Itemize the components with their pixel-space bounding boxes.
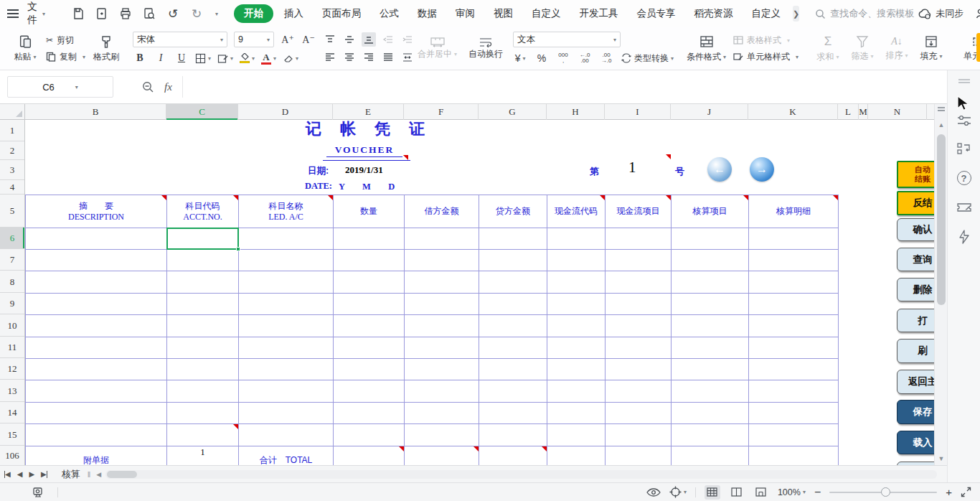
grid-cell[interactable] bbox=[26, 250, 167, 271]
panel-handle-icon[interactable] bbox=[958, 79, 970, 83]
grid-cell[interactable] bbox=[26, 228, 167, 250]
grid-cell[interactable] bbox=[606, 380, 672, 403]
footer-cell-2[interactable]: 合计 TOTAL bbox=[239, 446, 334, 465]
menu-tab-5[interactable]: 审阅 bbox=[448, 4, 483, 23]
font-color-button[interactable]: A▾ bbox=[261, 51, 276, 65]
last-sheet-icon[interactable]: ▶ bbox=[41, 470, 47, 478]
increase-decimal-button[interactable]: ←.0.00 bbox=[578, 51, 592, 65]
grid-cell[interactable] bbox=[672, 250, 749, 271]
column-header-H[interactable]: H bbox=[547, 104, 605, 120]
grid-cell[interactable] bbox=[479, 359, 547, 380]
voucher-header-cell-3[interactable]: 数量 bbox=[334, 195, 405, 228]
print-preview-icon[interactable] bbox=[142, 6, 156, 21]
grid-cell[interactable] bbox=[167, 337, 239, 359]
fullscreen-icon[interactable] bbox=[961, 487, 971, 497]
number-format-select[interactable]: 文本▾ bbox=[513, 32, 621, 47]
row-header-3[interactable]: 3 bbox=[0, 160, 24, 180]
file-menu[interactable]: 文件 ▾ bbox=[23, 1, 50, 27]
grid-cell[interactable] bbox=[547, 359, 606, 380]
grid-cell[interactable] bbox=[167, 315, 239, 337]
format-painter-button[interactable]: 格式刷 bbox=[90, 33, 123, 65]
grid-cell[interactable] bbox=[405, 228, 479, 250]
print-icon[interactable] bbox=[118, 6, 133, 21]
help-icon[interactable]: ? bbox=[957, 171, 971, 185]
split-handle[interactable] bbox=[938, 107, 945, 111]
quick-actions-flash-icon[interactable] bbox=[958, 230, 971, 244]
page-layout-view-button[interactable] bbox=[729, 485, 745, 500]
next-sheet-icon[interactable]: ▶ bbox=[29, 470, 34, 478]
grid-cell[interactable] bbox=[547, 250, 606, 271]
voucher-header-cell-7[interactable]: 现金流项目 bbox=[606, 195, 672, 228]
grid-cell[interactable] bbox=[26, 380, 167, 403]
row-header-106[interactable]: 106 bbox=[0, 446, 24, 465]
grid-cell[interactable] bbox=[239, 271, 334, 294]
menu-tab-6[interactable]: 视图 bbox=[486, 4, 521, 23]
grid-cell[interactable] bbox=[26, 315, 167, 337]
formula-input[interactable] bbox=[182, 76, 940, 98]
percent-format-button[interactable]: % bbox=[534, 51, 549, 65]
grid-cell[interactable] bbox=[547, 315, 606, 337]
bold-button[interactable]: B bbox=[133, 51, 147, 65]
previous-voucher-button[interactable]: ← bbox=[707, 157, 732, 182]
grid-cell[interactable] bbox=[239, 315, 334, 337]
grid-cell[interactable] bbox=[405, 403, 479, 424]
export-icon[interactable] bbox=[95, 6, 109, 21]
row-header-6[interactable]: 6 bbox=[0, 228, 24, 249]
justify-button[interactable] bbox=[381, 50, 395, 65]
grid-cell[interactable] bbox=[334, 403, 405, 424]
grid-cell[interactable] bbox=[672, 315, 749, 337]
vertical-scrollbar[interactable]: ▲ ▼ bbox=[934, 104, 947, 465]
menu-tab-0[interactable]: 开始 bbox=[234, 4, 273, 23]
selected-cell-outline[interactable] bbox=[166, 228, 239, 250]
menu-tab-7[interactable]: 自定义 bbox=[524, 4, 569, 23]
column-header-J[interactable]: J bbox=[671, 104, 748, 120]
save-icon[interactable] bbox=[71, 6, 85, 21]
grid-cell[interactable] bbox=[334, 424, 405, 446]
increase-font-size-button[interactable]: A⁺ bbox=[281, 32, 295, 47]
grid-cell[interactable] bbox=[479, 380, 547, 403]
voucher-header-cell-6[interactable]: 现金流代码 bbox=[547, 195, 606, 228]
grid-cell[interactable] bbox=[334, 315, 405, 337]
grid-cell[interactable] bbox=[749, 403, 839, 424]
grid-cell[interactable] bbox=[167, 403, 239, 424]
grid-cell[interactable] bbox=[479, 228, 547, 250]
menu-tab-9[interactable]: 会员专享 bbox=[629, 4, 684, 23]
hamburger-menu-icon[interactable] bbox=[7, 9, 19, 18]
increase-indent-button[interactable] bbox=[400, 32, 415, 47]
process-flow-icon[interactable] bbox=[957, 142, 971, 155]
quick-access-dropdown-icon[interactable]: ▾ bbox=[215, 11, 218, 17]
font-name-select[interactable]: 宋体▾ bbox=[133, 32, 227, 47]
grid-cell[interactable] bbox=[672, 294, 749, 315]
hscroll-left-icon[interactable]: ◀ bbox=[96, 471, 101, 478]
currency-format-button[interactable]: ¥▾ bbox=[513, 51, 527, 65]
grid-cell[interactable] bbox=[672, 228, 749, 250]
page-break-view-button[interactable] bbox=[753, 485, 769, 500]
grid-cell[interactable] bbox=[547, 337, 606, 359]
column-header-F[interactable]: F bbox=[404, 104, 479, 120]
grid-cell[interactable] bbox=[239, 359, 334, 380]
grid-cell[interactable] bbox=[672, 359, 749, 380]
footer-cell-7[interactable] bbox=[606, 446, 672, 465]
grid-cell[interactable] bbox=[405, 380, 479, 403]
grid-cell[interactable] bbox=[547, 424, 606, 446]
footer-cell-6[interactable] bbox=[547, 446, 606, 465]
merge-center-button[interactable]: 合并居中▾ bbox=[415, 36, 460, 62]
grid-cell[interactable] bbox=[606, 424, 672, 446]
grid-cell[interactable] bbox=[334, 359, 405, 380]
row-header-7[interactable]: 7 bbox=[0, 249, 24, 271]
grid-cell[interactable] bbox=[167, 359, 239, 380]
grid-cell[interactable] bbox=[405, 337, 479, 359]
row-header-13[interactable]: 13 bbox=[0, 380, 24, 402]
conditional-format-button[interactable]: 条件格式▾ bbox=[684, 33, 729, 65]
paste-button[interactable]: 粘贴▾ bbox=[9, 32, 42, 65]
footer-cell-4[interactable] bbox=[405, 446, 479, 465]
tabs-overflow-chevron[interactable]: ❯ bbox=[793, 6, 799, 22]
grid-cell[interactable] bbox=[606, 403, 672, 424]
grid-cell[interactable] bbox=[167, 250, 239, 271]
grid-cell[interactable] bbox=[479, 337, 547, 359]
menu-tab-10[interactable]: 稻壳资源 bbox=[687, 4, 741, 23]
normal-view-button[interactable] bbox=[705, 485, 720, 500]
grid-cell[interactable] bbox=[239, 424, 334, 446]
filter-button[interactable]: 筛选▾ bbox=[846, 34, 879, 64]
menu-tab-8[interactable]: 开发工具 bbox=[572, 4, 626, 23]
